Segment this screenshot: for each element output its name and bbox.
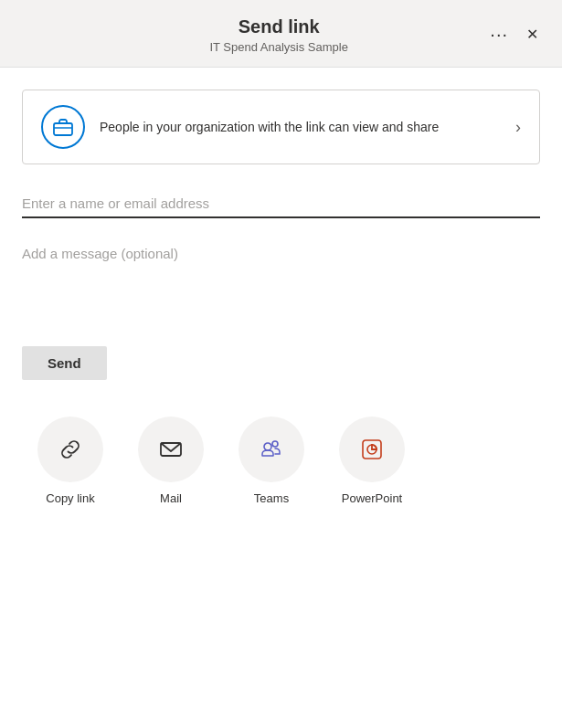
mail-label: Mail: [160, 491, 182, 505]
dialog-header: Send link IT Spend Analysis Sample ··· ✕: [0, 0, 562, 68]
header-actions: ··· ✕: [484, 18, 544, 50]
teams-icon-circle: [239, 417, 304, 482]
message-section: [22, 240, 540, 317]
message-input[interactable]: [22, 240, 540, 313]
mail-icon-circle: [138, 417, 204, 482]
permission-card[interactable]: People in your organization with the lin…: [22, 90, 540, 164]
chevron-right-icon: ›: [515, 118, 521, 137]
more-options-button[interactable]: ···: [484, 18, 514, 50]
email-section: [22, 190, 540, 218]
powerpoint-option[interactable]: PowerPoint: [331, 417, 413, 505]
svg-rect-0: [54, 123, 72, 135]
svg-point-3: [272, 441, 278, 447]
dialog-title: Send link: [239, 15, 320, 38]
permission-left: People in your organization with the lin…: [41, 105, 439, 149]
copy-link-option[interactable]: Copy link: [29, 417, 111, 505]
powerpoint-icon: [359, 437, 385, 462]
dialog-content: People in your organization with the lin…: [0, 68, 562, 523]
close-button[interactable]: ✕: [521, 20, 544, 48]
close-icon: ✕: [526, 26, 538, 43]
teams-icon: [259, 437, 284, 462]
copy-link-icon: [58, 437, 83, 462]
send-button[interactable]: Send: [22, 346, 107, 380]
briefcase-icon-circle: [41, 105, 85, 149]
copy-link-label: Copy link: [46, 491, 94, 505]
copy-link-icon-circle: [37, 417, 103, 482]
teams-option[interactable]: Teams: [230, 417, 313, 505]
mail-icon: [158, 437, 184, 462]
header-center: Send link IT Spend Analysis Sample: [73, 15, 484, 54]
svg-point-4: [264, 443, 271, 450]
email-input[interactable]: [22, 190, 540, 218]
permission-text: People in your organization with the lin…: [100, 118, 439, 137]
teams-label: Teams: [254, 491, 289, 505]
powerpoint-label: PowerPoint: [342, 491, 402, 505]
mail-option[interactable]: Mail: [130, 417, 212, 505]
powerpoint-icon-circle: [339, 417, 405, 482]
ellipsis-icon: ···: [490, 24, 508, 45]
dialog-subtitle: IT Spend Analysis Sample: [209, 40, 348, 54]
briefcase-icon: [52, 116, 74, 138]
share-options: Copy link Mail: [22, 417, 540, 505]
